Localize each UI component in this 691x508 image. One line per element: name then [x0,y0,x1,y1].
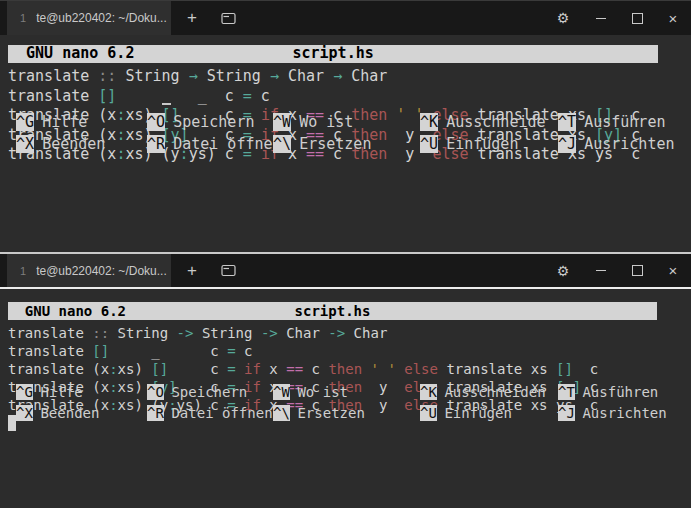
shortcut-key: ^R [147,135,165,153]
maximize-button[interactable] [619,254,655,287]
shortcut-hint: ^OSpeichern [147,113,273,133]
shortcut-label: Beenden [40,405,99,421]
nano-titlebar: GNU nano 6.2 script.hs [8,302,657,320]
minimize-button[interactable] [583,254,619,287]
terminal-window-bottom: 1 te@ub220402: ~/Doku... + ⚙ × GNU nano … [0,252,691,508]
shortcut-hint: ^XBeenden [16,135,147,155]
shortcut-hint: ^WWo ist [273,383,420,401]
shortcut-bar: ^GHilfe^OSpeichern^WWo ist^KAusschneiden… [16,383,691,422]
maximize-button[interactable] [619,1,655,35]
shortcut-label: Einfügen [444,405,511,421]
shortcut-key: ^K [420,384,437,400]
shortcut-label: Ausschneide [446,113,545,131]
shortcut-bar: ^GHilfe^OSpeichern^WWo ist^KAusschneide^… [16,113,691,155]
shortcut-key: ^R [147,405,164,421]
close-button[interactable]: × [655,1,691,35]
shortcut-hint: ^JAusrichten [558,404,691,422]
nano-filename: script.hs [8,44,658,64]
terminal-window-top: 1 te@ub220402: ~/Doku... + ⚙ × GNU nano … [0,0,691,252]
tab-bar: 1 te@ub220402: ~/Doku... + ⚙ × [0,254,691,287]
shortcut-hint: ^GHilfe [16,383,147,401]
shortcut-hint: ^UEinfügen [420,135,558,155]
shortcut-label: Wo ist [299,113,353,131]
shortcut-hint: ^TAusführen [558,383,691,401]
code-line: translate :: String -> String -> Char ->… [8,324,691,342]
shortcut-label: Ausrichten [582,405,666,421]
tab-bar: 1 te@ub220402: ~/Doku... + ⚙ × [0,1,691,35]
shortcut-hint: ^\Ersetzen [273,135,420,155]
shortcut-label: Ausrichten [584,135,674,153]
settings-gear-icon[interactable]: ⚙ [543,1,583,35]
minimize-button[interactable] [583,1,619,35]
shortcut-label: Ausführen [582,384,658,400]
nano-titlebar: GNU nano 6.2 script.hs [8,45,658,63]
terminal-screen[interactable]: GNU nano 6.2 script.hs translate :: Stri… [8,302,691,432]
shortcut-key: ^\ [273,135,291,153]
focus-separator [0,287,691,289]
tab-index: 1 [20,12,26,24]
shortcut-key: ^U [420,135,438,153]
shortcut-hint: ^RDatei öffne [147,135,273,155]
shortcut-key: ^W [273,384,290,400]
shortcut-key: ^J [558,405,575,421]
shortcut-label: Ausschneiden [444,384,545,400]
shortcut-label: Hilfe [40,384,82,400]
shortcut-hint: ^\Ersetzen [273,404,420,422]
nano-filename: script.hs [8,302,657,320]
shortcut-key: ^\ [273,405,290,421]
shortcut-key: ^G [16,384,33,400]
shortcut-key: ^T [558,384,575,400]
shortcut-hint: ^RDatei öffnen [147,404,273,422]
shortcut-key: ^K [420,113,438,131]
shortcut-key: ^O [147,113,165,131]
shortcut-hint: ^XBeenden [16,404,147,422]
shortcut-key: ^X [16,405,33,421]
window-controls: ⚙ × [543,1,691,35]
shortcut-key: ^G [16,113,34,131]
window-controls: ⚙ × [543,254,691,287]
shortcut-label: Einfügen [446,135,518,153]
code-line: translate :: String → String → Char → Ch… [8,67,691,87]
shortcut-hint: ^OSpeichern [147,383,273,401]
shortcut-hint: ^WWo ist [273,113,420,133]
tab[interactable]: 1 te@ub220402: ~/Doku... [7,254,171,287]
tab-title: te@ub220402: ~/Doku... [36,11,167,25]
code-line: translate [] _ c = c [8,87,691,107]
desktop: 1 te@ub220402: ~/Doku... + ⚙ × GNU nano … [0,0,691,508]
shortcut-label: Beenden [42,135,105,153]
tab-index: 1 [20,265,26,277]
shortcut-label: Datei öffne [173,135,272,153]
tab[interactable]: 1 te@ub220402: ~/Doku... [7,1,171,35]
settings-gear-icon[interactable]: ⚙ [543,254,583,287]
tab-title: te@ub220402: ~/Doku... [36,264,167,278]
shortcut-label: Speichern [173,113,254,131]
shortcut-key: ^W [273,113,291,131]
shortcut-hint: ^GHilfe [16,113,147,133]
code-line: translate (x:xs) [] c = if x == c then '… [8,360,691,378]
terminal-screen[interactable]: GNU nano 6.2 script.hs translate :: Stri… [8,45,691,165]
shortcut-label: Ersetzen [297,405,364,421]
shortcut-hint: ^KAusschneide [420,113,558,133]
code-line: translate [] _ c = c [8,342,691,360]
tab-switcher-icon[interactable] [211,264,245,277]
shortcut-hint: ^JAusrichten [558,135,691,155]
new-tab-button[interactable]: + [175,8,209,28]
shortcut-key: ^U [420,405,437,421]
shortcut-key: ^T [558,113,576,131]
shortcut-key: ^X [16,135,34,153]
close-button[interactable]: × [655,254,691,287]
shortcut-key: ^O [147,384,164,400]
shortcut-hint: ^KAusschneiden [420,383,558,401]
shortcut-label: Ersetzen [299,135,371,153]
shortcut-label: Ausführen [584,113,665,131]
shortcut-key: ^J [558,135,576,153]
shortcut-label: Speichern [171,384,247,400]
new-tab-button[interactable]: + [175,261,209,281]
shortcut-hint: ^TAusführen [558,113,691,133]
shortcut-label: Wo ist [297,384,348,400]
shortcut-label: Datei öffnen [171,405,272,421]
shortcut-label: Hilfe [42,113,87,131]
shortcut-hint: ^UEinfügen [420,404,558,422]
tab-switcher-icon[interactable] [211,12,245,25]
